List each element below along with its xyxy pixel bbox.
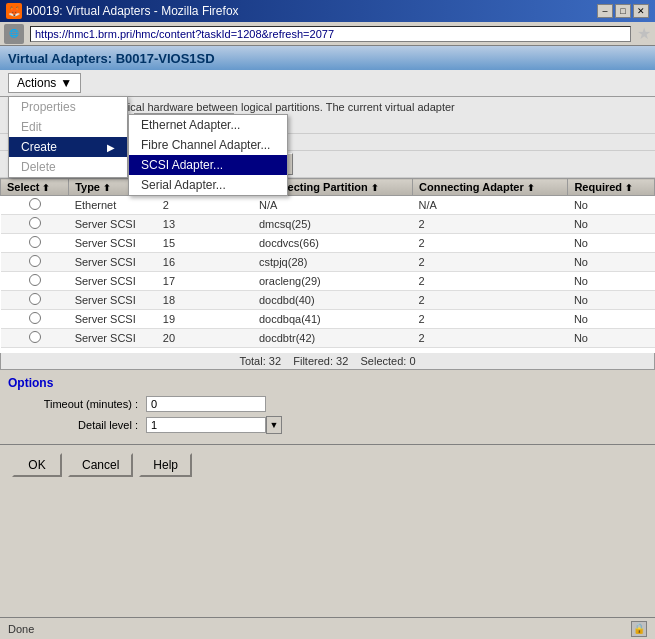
row-radio-1[interactable] bbox=[29, 217, 41, 229]
menu-item-edit[interactable]: Edit bbox=[9, 117, 127, 137]
status-text: Done bbox=[8, 623, 34, 635]
actions-dropdown[interactable]: Actions ▼ bbox=[8, 73, 81, 93]
row-radio-7[interactable] bbox=[29, 331, 41, 343]
select-cell bbox=[1, 196, 69, 215]
status-bar: Done 🔒 bbox=[0, 617, 655, 639]
detail-level-dropdown-button[interactable]: ▼ bbox=[266, 416, 282, 434]
connecting-partition-cell: dmcsq(25) bbox=[253, 215, 413, 234]
type-cell: Server SCSI bbox=[69, 329, 157, 348]
close-button[interactable]: ✕ bbox=[633, 4, 649, 18]
title-bar: 🦊 b0019: Virtual Adapters - Mozilla Fire… bbox=[0, 0, 655, 22]
adapter-id-cell: 20 bbox=[157, 329, 253, 348]
actions-arrow-icon: ▼ bbox=[60, 76, 72, 90]
col-required[interactable]: Required ⬆ bbox=[568, 179, 655, 196]
title-bar-left: 🦊 b0019: Virtual Adapters - Mozilla Fire… bbox=[6, 3, 239, 19]
maximize-button[interactable]: □ bbox=[615, 4, 631, 18]
page-title: Virtual Adapters: B0017-VIOS1SD bbox=[8, 51, 215, 66]
row-radio-2[interactable] bbox=[29, 236, 41, 248]
row-radio-0[interactable] bbox=[29, 198, 41, 210]
row-radio-6[interactable] bbox=[29, 312, 41, 324]
window-title: b0019: Virtual Adapters - Mozilla Firefo… bbox=[26, 4, 239, 18]
submenu-scsi[interactable]: SCSI Adapter... bbox=[129, 155, 287, 175]
menu-bar: 🌐 ★ bbox=[0, 22, 655, 46]
detail-level-label: Detail level : bbox=[8, 419, 138, 431]
page-header: Virtual Adapters: B0017-VIOS1SD bbox=[0, 46, 655, 70]
help-button[interactable]: Help bbox=[139, 453, 192, 477]
bottom-buttons: OK Cancel Help bbox=[0, 444, 655, 485]
connecting-partition-cell: N/A bbox=[253, 196, 413, 215]
connecting-partition-cell: oracleng(29) bbox=[253, 272, 413, 291]
table-row: Server SCSI 17 oracleng(29) 2 No bbox=[1, 272, 655, 291]
lock-icon: 🔒 bbox=[631, 621, 647, 637]
connecting-adapter-cell: 2 bbox=[413, 310, 568, 329]
bookmark-icon[interactable]: ★ bbox=[637, 24, 651, 43]
submenu-ethernet[interactable]: Ethernet Adapter... bbox=[129, 115, 287, 135]
connecting-adapter-cell: 2 bbox=[413, 291, 568, 310]
create-submenu: Ethernet Adapter... Fibre Channel Adapte… bbox=[128, 114, 288, 196]
table-row: Server SCSI 15 docdvcs(66) 2 No bbox=[1, 234, 655, 253]
adapter-id-cell: 18 bbox=[157, 291, 253, 310]
select-cell bbox=[1, 253, 69, 272]
required-cell: No bbox=[568, 196, 655, 215]
sort-select-icon: ⬆ bbox=[42, 183, 50, 193]
table-footer: Total: 32 Filtered: 32 Selected: 0 bbox=[0, 353, 655, 370]
type-cell: Server SCSI bbox=[69, 272, 157, 291]
options-title: Options bbox=[8, 376, 647, 390]
create-submenu-arrow: ▶ bbox=[107, 142, 115, 153]
row-radio-4[interactable] bbox=[29, 274, 41, 286]
adapter-id-cell: 16 bbox=[157, 253, 253, 272]
menu-item-create[interactable]: Create ▶ bbox=[9, 137, 127, 157]
table-row: Server SCSI 13 dmcsq(25) 2 No bbox=[1, 215, 655, 234]
col-connecting-adapter[interactable]: Connecting Adapter ⬆ bbox=[413, 179, 568, 196]
required-cell: No bbox=[568, 234, 655, 253]
table-row: Ethernet 2 N/A N/A No bbox=[1, 196, 655, 215]
total-count: Total: 32 bbox=[239, 355, 281, 367]
type-cell: Server SCSI bbox=[69, 215, 157, 234]
table-row: Server SCSI 19 docdbqa(41) 2 No bbox=[1, 310, 655, 329]
url-input[interactable] bbox=[30, 26, 631, 42]
connecting-partition-cell: docdbtr(42) bbox=[253, 329, 413, 348]
table-container: Select ⬆ Type ⬆ Adapter ID ⬆ Connecting … bbox=[0, 178, 655, 353]
adapter-id-cell: 13 bbox=[157, 215, 253, 234]
required-cell: No bbox=[568, 291, 655, 310]
browser-icon: 🌐 bbox=[4, 24, 24, 44]
table-row: Server SCSI 18 docdbd(40) 2 No bbox=[1, 291, 655, 310]
table-row: Server SCSI 16 cstpjq(28) 2 No bbox=[1, 253, 655, 272]
sort-required-icon: ⬆ bbox=[625, 183, 633, 193]
row-radio-3[interactable] bbox=[29, 255, 41, 267]
menu-item-properties[interactable]: Properties bbox=[9, 97, 127, 117]
submenu-serial[interactable]: Serial Adapter... bbox=[129, 175, 287, 195]
col-select[interactable]: Select ⬆ bbox=[1, 179, 69, 196]
timeout-input[interactable] bbox=[146, 396, 266, 412]
required-cell: No bbox=[568, 310, 655, 329]
connecting-adapter-cell: 2 bbox=[413, 329, 568, 348]
sort-adapter-icon: ⬆ bbox=[527, 183, 535, 193]
actions-bar: Actions ▼ Properties Edit Create ▶ Delet… bbox=[0, 70, 655, 97]
selected-count: Selected: 0 bbox=[361, 355, 416, 367]
minimize-button[interactable]: – bbox=[597, 4, 613, 18]
menu-item-delete[interactable]: Delete bbox=[9, 157, 127, 177]
connecting-partition-cell: docdbd(40) bbox=[253, 291, 413, 310]
cancel-button[interactable]: Cancel bbox=[68, 453, 133, 477]
adapter-id-cell: 15 bbox=[157, 234, 253, 253]
dropdown-arrow-icon: ▼ bbox=[270, 420, 279, 430]
connecting-adapter-cell: 2 bbox=[413, 253, 568, 272]
required-cell: No bbox=[568, 215, 655, 234]
type-cell: Server SCSI bbox=[69, 310, 157, 329]
submenu-fibre[interactable]: Fibre Channel Adapter... bbox=[129, 135, 287, 155]
ok-button[interactable]: OK bbox=[12, 453, 62, 477]
select-cell bbox=[1, 234, 69, 253]
detail-level-row: Detail level : ▼ bbox=[8, 416, 647, 434]
adapter-id-cell: 19 bbox=[157, 310, 253, 329]
detail-level-input[interactable] bbox=[146, 417, 266, 433]
firefox-icon: 🦊 bbox=[6, 3, 22, 19]
required-cell: No bbox=[568, 272, 655, 291]
select-cell bbox=[1, 291, 69, 310]
title-bar-buttons: – □ ✕ bbox=[597, 4, 649, 18]
connecting-adapter-cell: 2 bbox=[413, 215, 568, 234]
connecting-partition-cell: docdvcs(66) bbox=[253, 234, 413, 253]
actions-label: Actions bbox=[17, 76, 56, 90]
row-radio-5[interactable] bbox=[29, 293, 41, 305]
select-cell bbox=[1, 329, 69, 348]
connecting-partition-cell: docdbqa(41) bbox=[253, 310, 413, 329]
